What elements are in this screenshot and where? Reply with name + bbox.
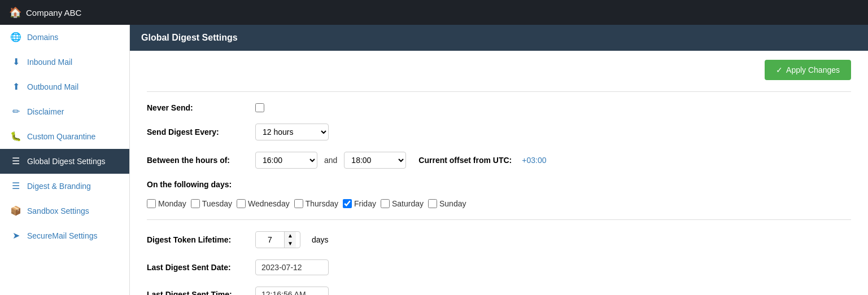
branding-icon: ☰	[10, 180, 21, 191]
page-header: Global Digest Settings	[130, 25, 868, 51]
send-digest-label: Send Digest Every:	[147, 127, 248, 137]
sidebar-item-label: Sandbox Settings	[27, 206, 89, 215]
day-label-monday: Monday	[158, 199, 186, 208]
day-item-thursday: Thursday	[294, 199, 338, 208]
check-icon: ✓	[776, 65, 783, 74]
apply-btn-row: ✓ Apply Changes	[147, 60, 851, 80]
sidebar-item-inbound-mail[interactable]: ⬇ Inbound Mail	[0, 50, 129, 74]
utc-label: Current offset from UTC:	[418, 156, 512, 165]
apply-changes-label: Apply Changes	[786, 65, 840, 74]
between-hours-label: Between the hours of:	[147, 156, 248, 165]
layout: 🌐 Domains ⬇ Inbound Mail ⬆ Outbound Mail…	[0, 25, 868, 295]
day-checkbox-monday[interactable]	[147, 199, 156, 208]
day-checkbox-saturday[interactable]	[381, 199, 390, 208]
following-days-label: On the following days:	[147, 180, 232, 189]
sidebar-item-label: Global Digest Settings	[27, 157, 106, 166]
securemail-icon: ➤	[10, 230, 21, 241]
sidebar-item-outbound-mail[interactable]: ⬆ Outbound Mail	[0, 74, 129, 99]
last-sent-time-label: Last Digest Sent Time:	[147, 290, 248, 295]
last-sent-date-value: 2023-07-12	[255, 259, 329, 275]
day-label-saturday: Saturday	[392, 199, 424, 208]
day-item-tuesday: Tuesday	[191, 199, 232, 208]
day-item-wednesday: Wednesday	[237, 199, 290, 208]
content-area: ✓ Apply Changes Never Send: Send Digest …	[130, 51, 868, 295]
sidebar-item-label: Inbound Mail	[27, 58, 72, 67]
company-title: 🏠 Company ABC	[9, 6, 81, 19]
home-icon: 🏠	[9, 6, 21, 19]
day-checkbox-thursday[interactable]	[294, 199, 303, 208]
last-sent-date-row: Last Digest Sent Date: 2023-07-12	[147, 259, 851, 275]
last-sent-time-value: 12:16:56 AM	[255, 287, 329, 295]
top-bar: 🏠 Company ABC	[0, 0, 868, 25]
last-sent-time-row: Last Digest Sent Time: 12:16:56 AM	[147, 287, 851, 295]
day-item-sunday: Sunday	[428, 199, 466, 208]
end-time-select[interactable]: 00:0001:0002:0003:0004:0005:0006:0007:00…	[344, 152, 406, 169]
sidebar-item-digest-branding[interactable]: ☰ Digest & Branding	[0, 174, 129, 199]
day-label-wednesday: Wednesday	[248, 199, 290, 208]
token-lifetime-label: Digest Token Lifetime:	[147, 235, 248, 244]
main-content: Global Digest Settings ✓ Apply Changes N…	[130, 25, 868, 295]
day-label-friday: Friday	[354, 199, 376, 208]
sidebar: 🌐 Domains ⬇ Inbound Mail ⬆ Outbound Mail…	[0, 25, 130, 295]
day-checkbox-tuesday[interactable]	[191, 199, 200, 208]
following-days-section: On the following days: MondayTuesdayWedn…	[147, 180, 851, 208]
sidebar-item-disclaimer[interactable]: ✏ Disclaimer	[0, 99, 129, 124]
last-sent-date-label: Last Digest Sent Date:	[147, 263, 248, 272]
day-checkbox-friday[interactable]	[343, 199, 352, 208]
spinner-buttons: ▲ ▼	[284, 232, 296, 248]
page-title: Global Digest Settings	[141, 33, 238, 42]
token-lifetime-row: Digest Token Lifetime: ▲ ▼ days	[147, 219, 851, 248]
company-name: Company ABC	[26, 8, 81, 17]
start-time-select[interactable]: 00:0001:0002:0003:0004:0005:0006:0007:00…	[255, 152, 317, 169]
disclaimer-icon: ✏	[10, 106, 21, 117]
form-section: Never Send: Send Digest Every: 1 hours2 …	[147, 91, 851, 295]
never-send-label: Never Send:	[147, 103, 248, 112]
digest-settings-icon: ☰	[10, 156, 21, 166]
token-lifetime-input[interactable]	[256, 232, 284, 247]
sidebar-item-label: Disclaimer	[27, 107, 64, 116]
outbound-icon: ⬆	[10, 81, 21, 92]
day-item-friday: Friday	[343, 199, 376, 208]
sidebar-item-label: Domains	[27, 33, 58, 42]
send-digest-select[interactable]: 1 hours2 hours4 hours6 hours8 hours12 ho…	[255, 124, 329, 140]
inbound-icon: ⬇	[10, 56, 21, 67]
never-send-row: Never Send:	[147, 103, 851, 112]
sidebar-item-label: SecureMail Settings	[27, 231, 98, 240]
sandbox-icon: 📦	[10, 205, 21, 216]
quarantine-icon: 🐛	[10, 131, 21, 142]
token-lifetime-spinner[interactable]: ▲ ▼	[255, 231, 300, 248]
sidebar-item-label: Custom Quarantine	[27, 132, 95, 141]
utc-value: +03:00	[522, 156, 546, 165]
spinner-up-button[interactable]: ▲	[285, 232, 296, 240]
sidebar-item-label: Outbound Mail	[27, 82, 78, 91]
spinner-down-button[interactable]: ▼	[285, 240, 296, 248]
day-checkbox-sunday[interactable]	[428, 199, 437, 208]
days-unit-label: days	[312, 235, 329, 244]
globe-icon: 🌐	[10, 32, 21, 42]
day-item-saturday: Saturday	[381, 199, 424, 208]
day-label-thursday: Thursday	[306, 199, 338, 208]
sidebar-item-securemail-settings[interactable]: ➤ SecureMail Settings	[0, 223, 129, 248]
day-label-tuesday: Tuesday	[202, 199, 232, 208]
day-checkbox-wednesday[interactable]	[237, 199, 246, 208]
never-send-checkbox[interactable]	[255, 103, 264, 112]
send-digest-row: Send Digest Every: 1 hours2 hours4 hours…	[147, 124, 851, 140]
sidebar-item-global-digest-settings[interactable]: ☰ Global Digest Settings	[0, 149, 129, 174]
days-row: MondayTuesdayWednesdayThursdayFridaySatu…	[147, 199, 466, 208]
day-item-monday: Monday	[147, 199, 186, 208]
day-label-sunday: Sunday	[439, 199, 466, 208]
sidebar-item-label: Digest & Branding	[27, 182, 91, 191]
between-hours-row: Between the hours of: 00:0001:0002:0003:…	[147, 152, 851, 169]
sidebar-item-domains[interactable]: 🌐 Domains	[0, 25, 129, 50]
sidebar-item-custom-quarantine[interactable]: 🐛 Custom Quarantine	[0, 124, 129, 149]
apply-changes-button[interactable]: ✓ Apply Changes	[765, 60, 851, 80]
sidebar-item-sandbox-settings[interactable]: 📦 Sandbox Settings	[0, 199, 129, 223]
and-label: and	[324, 156, 337, 165]
